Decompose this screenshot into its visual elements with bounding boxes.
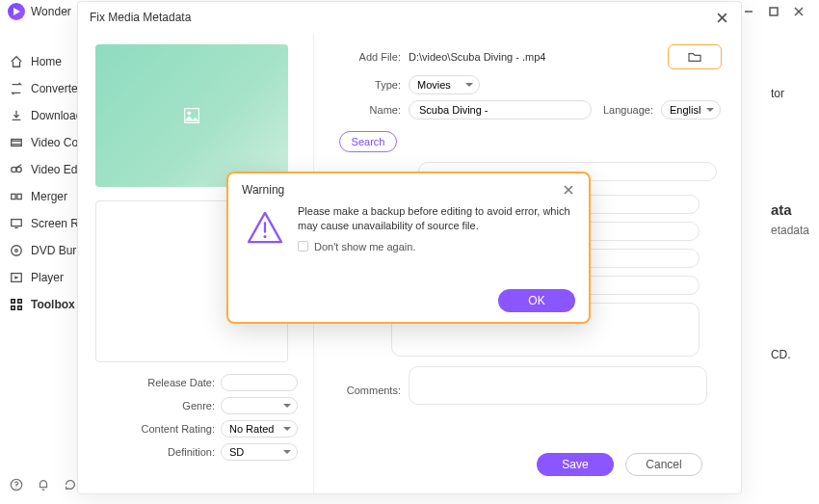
browse-file-button[interactable]	[668, 44, 722, 69]
svg-rect-2	[770, 8, 778, 15]
sidebar-item-label: Player	[31, 271, 64, 284]
svg-point-16	[15, 250, 18, 252]
warning-title: Warning	[242, 183, 284, 197]
obscured-text: etadata	[771, 224, 809, 237]
name-input[interactable]	[409, 100, 592, 119]
type-label: Type:	[333, 79, 401, 91]
release-date-input[interactable]	[221, 374, 298, 391]
release-date-label: Release Date:	[147, 377, 215, 388]
sidebar-item-label: Merger	[31, 190, 67, 203]
add-file-path: D:\video\Scuba Diving - .mp4	[409, 51, 545, 63]
svg-rect-13	[12, 220, 22, 226]
svg-rect-5	[12, 140, 22, 146]
definition-label: Definition:	[168, 446, 215, 458]
genre-label: Genre:	[182, 400, 215, 411]
sidebar-item-label: Toolbox	[31, 298, 75, 311]
sidebar-item-label: Converter	[31, 82, 82, 95]
warning-close-button[interactable]	[562, 183, 575, 197]
media-thumbnail	[95, 44, 288, 187]
image-placeholder-icon	[181, 105, 202, 126]
sidebar-item-label: Home	[31, 55, 62, 68]
svg-rect-22	[18, 306, 22, 310]
svg-point-9	[16, 167, 21, 172]
close-window-button[interactable]	[786, 3, 811, 20]
warning-icon	[246, 208, 284, 247]
content-rating-label: Content Rating:	[142, 423, 215, 435]
genre-select[interactable]	[221, 397, 298, 414]
add-file-label: Add File:	[333, 51, 401, 63]
dialog-titlebar: Fix Media Metadata	[78, 2, 741, 33]
svg-rect-21	[12, 306, 15, 310]
obscured-right-panel: tor ata etadata CD.	[771, 87, 809, 361]
warning-body-text: Please make a backup before editing to a…	[298, 204, 575, 233]
save-button[interactable]: Save	[537, 453, 614, 476]
obscured-text: tor	[771, 87, 809, 100]
refresh-icon[interactable]	[64, 478, 77, 494]
svg-point-27	[187, 111, 191, 115]
maximize-button[interactable]	[761, 3, 786, 20]
name-label: Name:	[333, 104, 401, 116]
help-icon[interactable]	[10, 478, 23, 494]
search-button[interactable]: Search	[339, 131, 397, 152]
close-dialog-button[interactable]	[714, 10, 729, 25]
svg-rect-19	[12, 300, 15, 304]
svg-rect-12	[17, 194, 21, 199]
svg-rect-11	[12, 194, 15, 199]
sidebar-item-label: Download	[31, 109, 82, 122]
dialog-title: Fix Media Metadata	[90, 11, 191, 24]
svg-point-15	[12, 246, 22, 256]
comments-label: Comments:	[333, 385, 401, 396]
language-label: Language:	[603, 104, 653, 116]
warning-dialog: Warning Please make a backup before edit…	[226, 172, 591, 324]
dont-show-label: Don't show me again.	[314, 241, 415, 252]
type-select[interactable]: Movies	[409, 75, 480, 94]
content-rating-select[interactable]: No Rated	[221, 420, 298, 438]
language-select[interactable]: English	[661, 100, 721, 119]
obscured-text: CD.	[771, 348, 809, 361]
svg-rect-20	[18, 300, 22, 304]
app-logo-icon	[8, 3, 25, 20]
dont-show-checkbox[interactable]	[298, 241, 308, 252]
svg-point-32	[263, 235, 266, 238]
comments-textarea[interactable]	[409, 366, 707, 405]
ok-button[interactable]: OK	[498, 289, 575, 312]
svg-marker-18	[14, 276, 18, 279]
definition-select[interactable]: SD	[221, 443, 298, 461]
cancel-button[interactable]: Cancel	[625, 453, 702, 476]
app-name: Wonder	[31, 5, 71, 18]
bell-icon[interactable]	[37, 478, 50, 494]
svg-point-24	[15, 488, 16, 489]
svg-marker-0	[13, 8, 20, 15]
obscured-heading: ata	[771, 201, 809, 218]
